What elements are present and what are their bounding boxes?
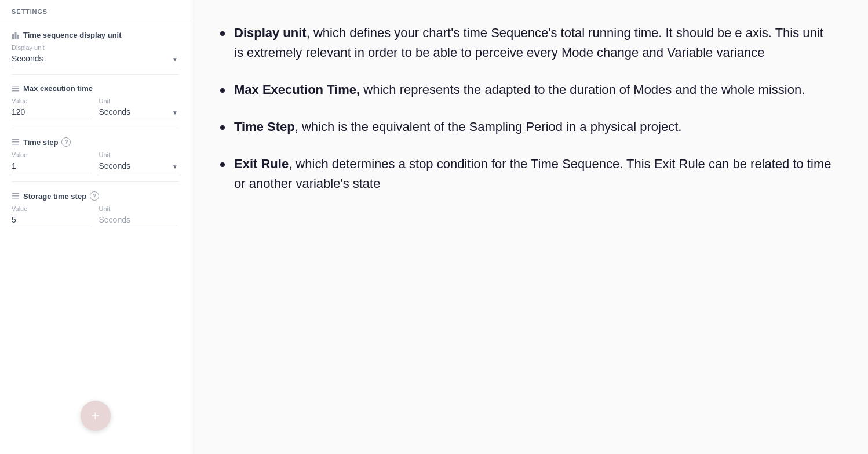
storage-unit-text: Seconds [99, 214, 180, 227]
left-panel: SETTINGS Time sequence display unit Disp… [0, 0, 191, 454]
lines-icon-time [12, 138, 20, 146]
section-title-time-step: Time step [23, 138, 58, 147]
time-step-unit-label: Unit [99, 151, 180, 158]
add-fab-button[interactable]: + [81, 401, 111, 431]
list-item: Exit Rule, which determines a stop condi… [220, 154, 833, 194]
time-step-value-group: Value [12, 151, 92, 173]
info-list: Display unit, which defines your chart's… [220, 23, 833, 194]
time-step-help-icon[interactable]: ? [61, 137, 71, 147]
svg-rect-1 [15, 32, 17, 39]
section-title-row-max-execution: Max execution time [12, 84, 179, 93]
svg-rect-3 [12, 86, 19, 87]
svg-rect-2 [17, 35, 19, 39]
svg-rect-9 [12, 193, 19, 194]
section-title-storage: Storage time step [23, 192, 86, 201]
display-unit-select-wrapper: Seconds Milliseconds Minutes Hours ▼ [12, 53, 179, 66]
svg-rect-11 [12, 198, 19, 199]
svg-rect-10 [12, 195, 19, 197]
max-execution-unit-select-wrapper: Seconds Milliseconds Minutes Hours ▼ [99, 106, 180, 119]
svg-rect-4 [12, 88, 19, 89]
bullet-1 [220, 31, 225, 36]
info-bold-4: Exit Rule [234, 157, 289, 171]
list-item: Time Step, which is the equivalent of th… [220, 117, 833, 137]
storage-unit-group: Unit Seconds [99, 205, 180, 227]
info-text-4: Exit Rule, which determines a stop condi… [234, 154, 833, 194]
section-title-row-display-unit: Time sequence display unit [12, 31, 179, 39]
max-execution-unit-select[interactable]: Seconds Milliseconds Minutes Hours [99, 106, 180, 119]
info-text-1: Display unit, which defines your chart's… [234, 23, 833, 63]
section-title-max-execution: Max execution time [23, 84, 93, 93]
storage-field-row: Value Unit Seconds [12, 205, 179, 227]
info-bold-2: Max Execution Time, [234, 82, 360, 97]
lines-icon-storage [12, 192, 20, 200]
storage-value-input[interactable] [12, 214, 92, 227]
section-title-row-time-step: Time step ? [12, 137, 179, 147]
time-step-unit-select[interactable]: Seconds Milliseconds Minutes Hours [99, 160, 180, 173]
bullet-4 [220, 162, 225, 167]
max-execution-value-group: Value [12, 97, 92, 119]
info-text-3: Time Step, which is the equivalent of th… [234, 117, 681, 137]
storage-value-label: Value [12, 205, 92, 212]
info-bold-1: Display unit [234, 26, 307, 40]
section-display-unit: Time sequence display unit Display unit … [12, 21, 179, 75]
time-step-unit-select-wrapper: Seconds Milliseconds Minutes Hours ▼ [99, 160, 180, 173]
section-title-row-storage: Storage time step ? [12, 191, 179, 201]
right-panel: Display unit, which defines your chart's… [191, 0, 868, 454]
max-execution-field-row: Value Unit Seconds Milliseconds Minutes … [12, 97, 179, 119]
svg-rect-8 [12, 144, 19, 145]
svg-rect-0 [12, 34, 14, 39]
bullet-2 [220, 88, 225, 93]
time-step-value-input[interactable] [12, 160, 92, 173]
list-item: Max Execution Time, which represents the… [220, 80, 833, 100]
svg-rect-6 [12, 139, 19, 140]
section-title-display-unit: Time sequence display unit [23, 31, 122, 39]
max-execution-unit-group: Unit Seconds Milliseconds Minutes Hours … [99, 97, 180, 119]
list-item: Display unit, which defines your chart's… [220, 23, 833, 63]
time-step-unit-group: Unit Seconds Milliseconds Minutes Hours … [99, 151, 180, 173]
info-text-2: Max Execution Time, which represents the… [234, 80, 805, 100]
storage-value-group: Value [12, 205, 92, 227]
settings-content: Time sequence display unit Display unit … [0, 21, 191, 454]
max-execution-value-input[interactable] [12, 106, 92, 119]
bullet-3 [220, 125, 225, 130]
time-step-field-row: Value Unit Seconds Milliseconds Minutes … [12, 151, 179, 173]
chart-icon [12, 31, 20, 39]
section-max-execution: Max execution time Value Unit Seconds Mi… [12, 75, 179, 128]
section-time-step: Time step ? Value Unit Seconds Milliseco… [12, 128, 179, 182]
max-execution-value-label: Value [12, 97, 92, 104]
info-bold-3: Time Step [234, 119, 295, 134]
display-unit-label: Display unit [12, 44, 179, 51]
time-step-value-label: Value [12, 151, 92, 158]
display-unit-select[interactable]: Seconds Milliseconds Minutes Hours [12, 53, 179, 66]
lines-icon-max [12, 85, 20, 93]
section-storage-time-step: Storage time step ? Value Unit Seconds [12, 182, 179, 235]
svg-rect-5 [12, 90, 19, 92]
storage-help-icon[interactable]: ? [90, 191, 99, 201]
storage-unit-label: Unit [99, 205, 180, 212]
svg-rect-7 [12, 141, 19, 143]
max-execution-unit-label: Unit [99, 97, 180, 104]
settings-header: SETTINGS [0, 0, 191, 21]
